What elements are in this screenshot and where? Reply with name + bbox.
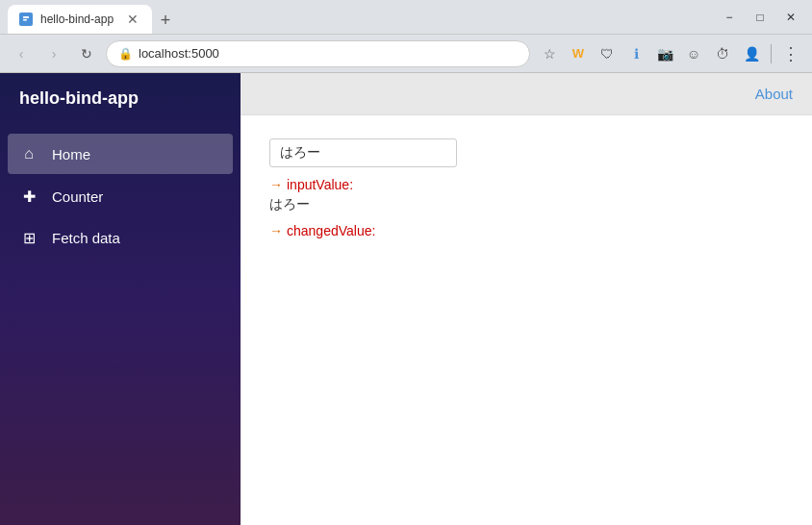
app-container: hello-bind-app ⌂ Home ✚ Counter ⊞ Fetch … [0,73,812,525]
sidebar-item-counter[interactable]: ✚ Counter [0,176,241,217]
lock-icon: 🔒 [118,47,133,61]
main-content: About → inputValue: はろー → changedValue: [241,73,812,525]
main-header: About [241,73,812,115]
svg-rect-1 [23,16,29,18]
w-icon[interactable]: W [565,40,592,67]
tab-area: hello-bind-app ✕ + [8,0,704,34]
table-icon: ⊞ [19,229,38,247]
sidebar: hello-bind-app ⌂ Home ✚ Counter ⊞ Fetch … [0,73,241,525]
tab-title: hello-bind-app [40,12,114,26]
maximize-button[interactable]: □ [747,4,774,31]
window-controls: − □ ✕ [716,4,804,31]
browser-toolbar: ‹ › ↻ 🔒 localhost:5000 ☆ W 🛡 ℹ 📷 ☺ ⏱ 👤 ⋮ [0,35,812,73]
sidebar-nav: ⌂ Home ✚ Counter ⊞ Fetch data [0,132,241,259]
input-field[interactable] [269,138,457,167]
menu-dots-button[interactable]: ⋮ [777,40,804,67]
arrow-icon-1: → [269,177,283,192]
browser-titlebar: hello-bind-app ✕ + − □ ✕ [0,0,812,35]
tab-close-button[interactable]: ✕ [125,12,140,27]
svg-rect-2 [23,19,27,21]
camera-icon[interactable]: 📷 [651,40,678,67]
sidebar-item-home[interactable]: ⌂ Home [8,134,233,174]
new-tab-button[interactable]: + [152,7,179,34]
close-button[interactable]: ✕ [777,4,804,31]
info-icon[interactable]: ℹ [622,40,649,67]
sidebar-item-counter-label: Counter [52,188,103,205]
sidebar-item-home-label: Home [52,146,90,162]
pocket-icon[interactable]: 🛡 [594,40,621,67]
person-icon[interactable]: 👤 [738,40,765,67]
input-value-row: → inputValue: [269,177,783,192]
changed-value-label: changedValue: [287,223,375,238]
url-text: localhost:5000 [139,46,518,61]
toolbar-divider [771,44,772,63]
bookmark-star-icon[interactable]: ☆ [536,40,563,67]
app-brand: hello-bind-app [0,73,241,124]
plus-icon: ✚ [19,188,38,206]
back-button[interactable]: ‹ [8,40,35,67]
arrow-icon-2: → [269,223,283,238]
refresh-button[interactable]: ↻ [73,40,100,67]
input-value-label: inputValue: [287,177,353,192]
emoji-icon[interactable]: ☺ [680,40,707,67]
sidebar-item-fetch-data[interactable]: ⊞ Fetch data [0,217,241,259]
address-bar[interactable]: 🔒 localhost:5000 [106,40,530,67]
forward-button[interactable]: › [40,40,67,67]
tab-favicon [19,12,33,26]
home-icon: ⌂ [19,145,38,162]
browser-tab[interactable]: hello-bind-app ✕ [8,5,152,34]
sidebar-item-fetch-label: Fetch data [52,230,120,246]
about-link[interactable]: About [755,86,793,102]
input-value-display: はろー [269,196,783,213]
minimize-button[interactable]: − [716,4,743,31]
clock-icon[interactable]: ⏱ [709,40,736,67]
changed-value-row: → changedValue: [269,223,783,238]
toolbar-icons: ☆ W 🛡 ℹ 📷 ☺ ⏱ 👤 ⋮ [536,40,804,67]
main-body: → inputValue: はろー → changedValue: [241,115,812,525]
